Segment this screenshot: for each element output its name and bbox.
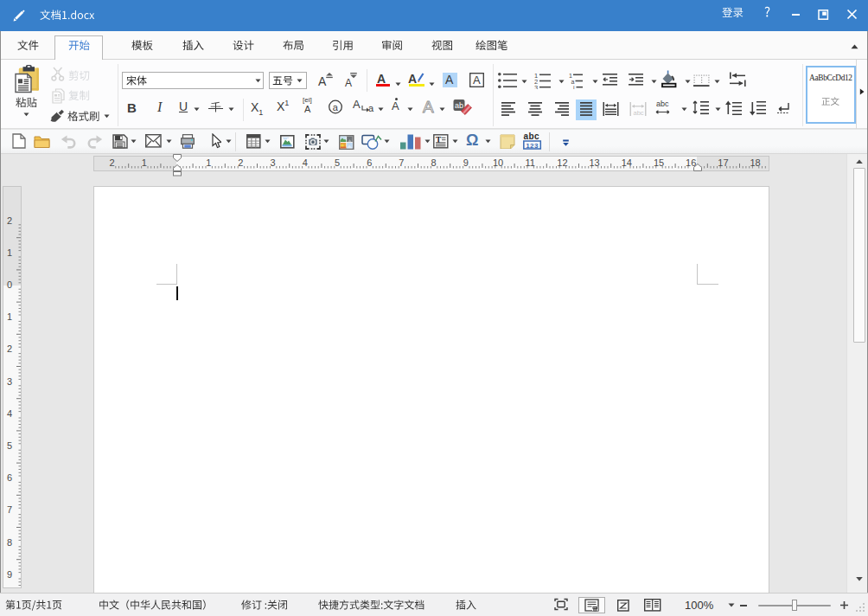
svg-text:abc: abc [656, 99, 669, 108]
svg-text:8: 8 [7, 537, 12, 548]
svg-text:3: 3 [7, 376, 12, 387]
svg-text:1: 1 [142, 157, 147, 168]
svg-text:9: 9 [463, 157, 469, 168]
svg-text:7: 7 [399, 157, 404, 168]
svg-text:A: A [423, 98, 434, 116]
svg-text:1: 1 [206, 157, 211, 168]
svg-text:2: 2 [7, 343, 12, 354]
svg-text:abc: abc [634, 109, 644, 117]
svg-text:i: i [573, 85, 575, 89]
svg-text:9: 9 [7, 569, 12, 580]
svg-text:3: 3 [534, 84, 538, 89]
svg-text:1: 1 [569, 73, 572, 79]
svg-text:123: 123 [526, 142, 539, 150]
svg-text:a: a [571, 79, 575, 85]
svg-text:2: 2 [110, 157, 115, 168]
svg-text:1: 1 [7, 311, 12, 322]
svg-text:8: 8 [431, 157, 437, 168]
svg-text:4: 4 [7, 408, 12, 419]
svg-text:5: 5 [335, 157, 340, 168]
svg-text:5: 5 [7, 440, 12, 451]
svg-text:7: 7 [7, 504, 12, 515]
svg-text:6: 6 [367, 157, 372, 168]
svg-text:3: 3 [271, 157, 276, 168]
svg-text:4: 4 [303, 157, 308, 168]
svg-text:1: 1 [7, 247, 12, 258]
svg-text:a: a [333, 102, 339, 112]
svg-text:2: 2 [7, 215, 12, 226]
svg-text:2: 2 [238, 157, 243, 168]
svg-text:0: 0 [7, 279, 12, 290]
svg-text:ab: ab [455, 101, 463, 110]
svg-text:abc: abc [524, 132, 539, 141]
svg-text:6: 6 [7, 472, 12, 483]
